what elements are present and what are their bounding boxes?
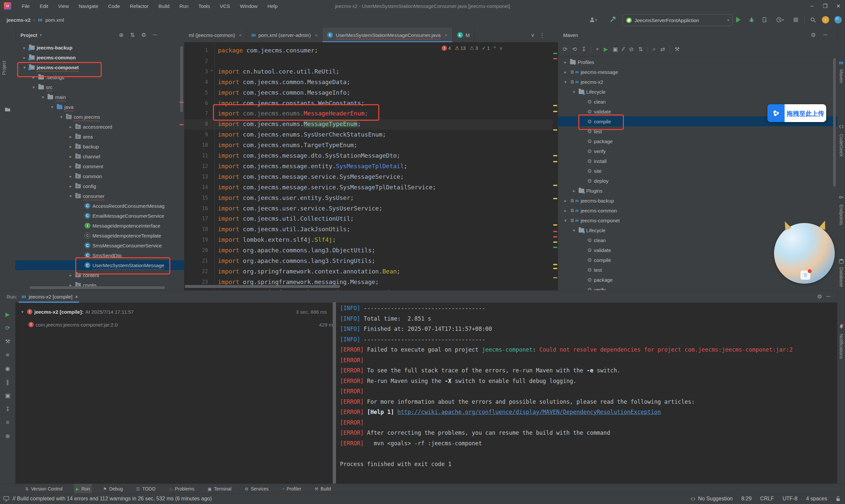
run-tab[interactable]: m jeecms-x2 [compile] × bbox=[17, 291, 83, 303]
maven-item-validate[interactable]: ⚙validate bbox=[580, 245, 611, 255]
tool-strip-project[interactable]: Project bbox=[1, 61, 6, 75]
tree-item-com.jeecms[interactable]: ▾com.jeecms bbox=[59, 112, 100, 122]
run-wrench-icon[interactable]: ⚒ bbox=[3, 337, 12, 346]
close-button[interactable]: ✕ bbox=[832, 0, 845, 12]
maven-item-jeecms-componet[interactable]: ▾🗎mjeecms-componet bbox=[563, 215, 620, 225]
maven-item-compile[interactable]: ⚙compile bbox=[580, 116, 611, 126]
tree-item-SmsMessageConsumerService[interactable]: CSmsMessageConsumerService bbox=[77, 240, 162, 250]
tree-item-comment[interactable]: ▸comment bbox=[68, 161, 103, 171]
maven-vertical-scrollbar[interactable] bbox=[833, 58, 836, 187]
suggestion-widget[interactable]: No Suggestion bbox=[690, 496, 733, 502]
maven-generate-sources-icon[interactable]: ⟲ bbox=[572, 46, 577, 53]
upload-drop-button[interactable]: 拖拽至此上传 bbox=[768, 104, 826, 122]
maven-item-package[interactable]: ⚙package bbox=[580, 275, 613, 285]
run-layout-icon[interactable]: ≡ bbox=[3, 418, 12, 427]
tree-item-accessrecord[interactable]: ▸accessrecord bbox=[68, 122, 112, 132]
maven-item-Lifecycle[interactable]: ▾Lifecycle bbox=[571, 225, 605, 235]
maven-item-site[interactable]: ⚙site bbox=[580, 166, 602, 176]
project-horizontal-scrollbar[interactable] bbox=[30, 286, 165, 289]
maven-item-verify[interactable]: ⚙verify bbox=[580, 146, 606, 156]
maven-download-sources-icon[interactable]: ↧ bbox=[582, 46, 586, 53]
run-refresh-icon[interactable]: ⟳ bbox=[3, 324, 12, 332]
tree-item-jeecms-common[interactable]: ▸jeecms-common bbox=[22, 52, 75, 62]
run-panel-splitter[interactable] bbox=[333, 302, 336, 484]
run-configuration-select[interactable]: JeecmsServerFrontAppliction ▾ bbox=[622, 14, 733, 26]
tool-strip-endpoints[interactable]: Endpoints bbox=[839, 204, 844, 225]
tree-item-SmsSendDto[interactable]: CSmsSendDto bbox=[77, 250, 122, 260]
run-snapshot-icon[interactable]: ▣ bbox=[3, 391, 12, 400]
tree-item-MessageIdempotenceTemplate[interactable]: CMessageIdempotenceTemplate bbox=[77, 231, 161, 240]
tree-item-UserMesSystemStationMessage[interactable]: CUserMesSystemStationMessage bbox=[77, 260, 164, 270]
tool-strip-database[interactable]: Database bbox=[839, 267, 844, 287]
code-editor[interactable]: 1package com.jeecms.consumer;23import cn… bbox=[184, 42, 552, 290]
tree-item-area[interactable]: ▸area bbox=[68, 132, 93, 142]
run-rerun-icon[interactable]: ▶ bbox=[3, 310, 12, 319]
maven-item-jeecms-message[interactable]: ▸🗎mjeecms-message bbox=[563, 67, 618, 77]
run-stop-icon[interactable]: ■ bbox=[3, 350, 12, 359]
run-tab-close-icon[interactable]: × bbox=[75, 294, 78, 300]
run-import-icon[interactable]: ↧ bbox=[3, 405, 12, 413]
maven-item-verify[interactable]: ⚙verify bbox=[580, 285, 606, 290]
tree-item-channel[interactable]: ▸channel bbox=[68, 151, 100, 161]
tree-item-MessageIdempotenceInterface[interactable]: IMessageIdempotenceInterface bbox=[77, 221, 160, 231]
build-status-text[interactable]: // Build completed with 14 errors and 11… bbox=[13, 496, 212, 502]
tree-item-AccessRecordConsumerMessag[interactable]: CAccessRecordConsumerMessag bbox=[77, 201, 164, 211]
assistant-plugin-icon[interactable] bbox=[833, 14, 843, 25]
run-settings-gear-icon[interactable]: ⚙ bbox=[815, 292, 824, 301]
toolwindow-version-control[interactable]: ⇅Version Control bbox=[23, 484, 65, 494]
menu-view[interactable]: View bbox=[58, 3, 69, 9]
editor-horizontal-scrollbar[interactable] bbox=[185, 285, 340, 288]
maven-settings-wrench-icon[interactable]: ⚒ bbox=[675, 46, 680, 53]
editor-tab-1[interactable]: ml (jeecms-common)× bbox=[184, 28, 247, 42]
maven-hide-icon[interactable]: ─ bbox=[821, 31, 829, 39]
tree-item-consumer[interactable]: ▾consumer bbox=[68, 191, 105, 201]
user-icon[interactable]: ▾ bbox=[588, 14, 598, 25]
maven-item-test[interactable]: ⚙test bbox=[580, 265, 602, 275]
maven-item-install[interactable]: ⚙install bbox=[580, 156, 607, 166]
tree-item-jeecms-componet[interactable]: ▾jeecms-componet bbox=[22, 62, 79, 72]
stop-button[interactable] bbox=[791, 14, 801, 25]
menu-code[interactable]: Code bbox=[108, 3, 120, 9]
debug-button[interactable] bbox=[746, 14, 757, 25]
minimize-button[interactable]: – bbox=[805, 0, 818, 12]
maven-skip-tests-icon[interactable]: ∕∕ bbox=[622, 46, 624, 52]
locate-file-icon[interactable]: ⊕ bbox=[117, 31, 125, 39]
maven-item-Profiles[interactable]: ▸Profiles bbox=[563, 57, 594, 67]
maven-settings-gear-icon[interactable]: ⚙ bbox=[809, 31, 817, 39]
tree-item-src[interactable]: ▾src bbox=[31, 82, 52, 92]
menu-edit[interactable]: Edit bbox=[40, 3, 48, 9]
menu-vcs[interactable]: VCS bbox=[220, 3, 230, 9]
indent-widget[interactable]: 4 spaces bbox=[806, 496, 827, 502]
maven-item-package[interactable]: ⚙package bbox=[580, 136, 613, 146]
maven-reimport-icon[interactable]: ⟳ bbox=[563, 46, 567, 53]
menu-help[interactable]: Help bbox=[267, 3, 278, 9]
tool-strip-maven[interactable]: Maven bbox=[839, 69, 844, 83]
tree-item-main[interactable]: ▾main bbox=[40, 92, 66, 102]
build-console[interactable]: [INFO] ---------------------------------… bbox=[340, 302, 837, 484]
editor-tab-3[interactable]: CUserMesSystemStationMessageConsumer.jav… bbox=[322, 28, 452, 42]
unlocked-padlock-icon[interactable] bbox=[836, 496, 840, 501]
maven-item-validate[interactable]: ⚙validate bbox=[580, 107, 611, 116]
menu-window[interactable]: Window bbox=[240, 3, 258, 9]
fold-marker-icon[interactable]: ⌄ bbox=[210, 67, 213, 72]
run-button[interactable] bbox=[734, 14, 743, 25]
avatar-badge-icon[interactable] bbox=[800, 270, 810, 280]
maven-item-clean[interactable]: ⚙clean bbox=[580, 235, 606, 245]
run-tree-row[interactable]: !com.jeecms:jeecms-componet:jar:2.0429 m… bbox=[29, 320, 333, 329]
coverage-button[interactable] bbox=[760, 14, 770, 25]
maven-item-deploy[interactable]: ⚙deploy bbox=[580, 176, 609, 186]
project-settings-gear-icon[interactable]: ⚙ bbox=[139, 31, 148, 39]
hide-panel-icon[interactable]: ─ bbox=[151, 31, 159, 39]
inspections-widget[interactable]: !4 ⚠13 ⚠3 ✓1 ^ v bbox=[439, 43, 505, 53]
maven-item-compile[interactable]: ⚙compile bbox=[580, 255, 611, 265]
maven-item-clean[interactable]: ⚙clean bbox=[580, 97, 606, 107]
menu-tools[interactable]: Tools bbox=[198, 3, 210, 9]
tree-item-.settings[interactable]: ▸.settings bbox=[31, 72, 64, 82]
search-everywhere-icon[interactable] bbox=[808, 14, 818, 25]
tool-strip-codegeex[interactable]: CodeGeeX bbox=[839, 134, 844, 157]
breadcrumb-project[interactable]: jeecms-x2 bbox=[6, 17, 31, 23]
maven-item-jeecms-common[interactable]: ▸🗎mjeecms-common bbox=[563, 205, 617, 215]
maven-item-jeecms-x2[interactable]: ▾🗎mjeecms-x2 bbox=[563, 77, 603, 87]
toolwindow-terminal[interactable]: ▣Terminal bbox=[206, 484, 233, 494]
line-ending-widget[interactable]: CRLF bbox=[760, 496, 774, 502]
